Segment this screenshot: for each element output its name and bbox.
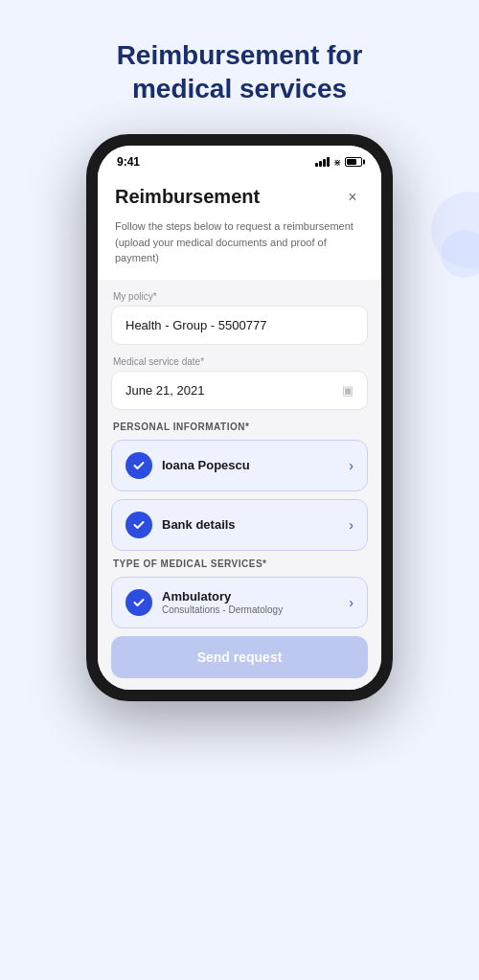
screen-header: Reimbursement ×: [98, 172, 381, 218]
personal-item-1-title: Ioana Popescu: [162, 458, 250, 472]
send-request-button[interactable]: Send request: [111, 636, 368, 678]
date-input[interactable]: June 21, 2021 ▣: [111, 371, 368, 410]
check-icon-2: [125, 512, 152, 538]
status-bar: 9:41 ⋇: [98, 146, 381, 172]
service-title: Ambulatory: [162, 589, 283, 604]
policy-input[interactable]: Health - Group - 5500777: [111, 306, 368, 345]
date-label: Medical service date*: [111, 356, 368, 367]
date-value: June 21, 2021: [125, 383, 204, 398]
personal-item-2[interactable]: Bank details ›: [111, 499, 368, 551]
chevron-right-icon-3: ›: [349, 595, 354, 610]
services-section-label: TYPE OF MEDICAL SERVICES*: [111, 558, 368, 569]
status-time: 9:41: [117, 155, 140, 169]
page-heading: Reimbursement for medical services: [117, 38, 363, 105]
phone-screen: 9:41 ⋇ Reimbursement × Follow the steps …: [98, 146, 381, 690]
policy-value: Health - Group - 5500777: [125, 318, 266, 332]
service-subtitle: Consultations - Dermatology: [162, 604, 283, 615]
screen-content: Reimbursement × Follow the steps below t…: [98, 172, 381, 280]
personal-section-label: PERSONAL INFORMATION*: [111, 422, 368, 432]
check-icon-3: [125, 589, 152, 616]
screen-title: Reimbursement: [115, 186, 260, 208]
policy-label: My policy*: [111, 291, 368, 302]
service-item[interactable]: Ambulatory Consultations - Dermatology ›: [111, 577, 368, 628]
screen-subtitle: Follow the steps below to request a reim…: [98, 218, 381, 280]
status-icons: ⋇: [315, 157, 362, 168]
check-icon-1: [125, 452, 152, 479]
personal-item-1[interactable]: Ioana Popescu ›: [111, 440, 368, 491]
personal-item-2-title: Bank details: [162, 517, 236, 532]
chevron-right-icon-2: ›: [349, 517, 354, 533]
battery-icon: [345, 157, 362, 167]
close-button[interactable]: ×: [341, 186, 364, 209]
form-area: My policy* Health - Group - 5500777 Medi…: [98, 280, 381, 690]
chevron-right-icon-1: ›: [349, 458, 354, 473]
signal-icon: [315, 157, 330, 167]
calendar-icon: ▣: [342, 383, 354, 398]
wifi-icon: ⋇: [333, 157, 341, 168]
phone-frame: 9:41 ⋇ Reimbursement × Follow the steps …: [86, 134, 393, 701]
